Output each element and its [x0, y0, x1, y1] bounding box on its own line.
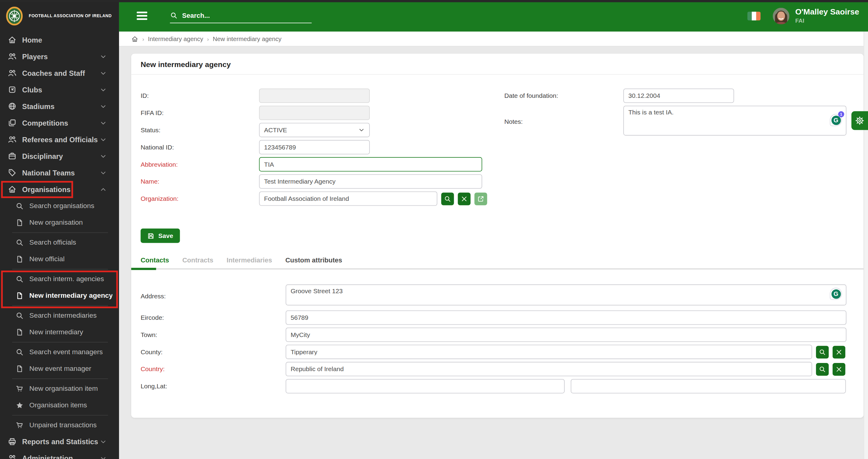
county-clear-button[interactable] — [833, 346, 845, 358]
organization-open-button[interactable] — [474, 192, 487, 205]
county-field[interactable] — [285, 345, 812, 359]
file-icon — [16, 218, 24, 227]
tab-custom-attributes[interactable]: Custom attributes — [285, 256, 342, 264]
flag-ireland-icon[interactable] — [747, 11, 761, 20]
sidebar-item-search-event-managers[interactable]: Search event managers — [0, 343, 119, 360]
sidebar-item-search-officials[interactable]: Search officials — [0, 234, 119, 251]
sidebar-item-clubs[interactable]: Clubs — [0, 81, 119, 98]
menu-toggle-button[interactable] — [137, 12, 148, 20]
file-icon — [16, 364, 24, 373]
avatar[interactable] — [773, 7, 789, 24]
organization-field[interactable] — [259, 192, 437, 206]
county-search-button[interactable] — [816, 346, 829, 358]
sidebar-item-home[interactable]: Home — [0, 31, 119, 48]
notes-field[interactable]: This is a test IA. — [623, 106, 846, 136]
sidebar-nav: Home Players Coaches and Staff Clubs Sta… — [0, 31, 119, 459]
organization-search-button[interactable] — [441, 192, 454, 205]
sidebar-item-disciplinary[interactable]: Disciplinary — [0, 147, 119, 164]
sidebar-item-competitions[interactable]: Competitions — [0, 114, 119, 131]
users-icon — [8, 52, 17, 61]
nav-divider — [12, 342, 108, 342]
search-icon — [16, 275, 24, 283]
search-input[interactable] — [182, 11, 312, 19]
sidebar-item-search-organisations[interactable]: Search organisations — [0, 197, 119, 214]
sidebar-item-new-official[interactable]: New official — [0, 251, 119, 267]
chevron-down-icon — [100, 153, 107, 160]
breadcrumb-item-current: New intermediary agency — [213, 35, 281, 42]
sidebar-item-referees-and-officials[interactable]: Referees and Officials — [0, 131, 119, 147]
sidebar-item-organisations[interactable]: Organisations — [0, 181, 119, 197]
sidebar-item-new-intermediary[interactable]: New intermediary — [0, 324, 119, 340]
copy-icon — [8, 119, 17, 127]
sidebar-header: FOOTBALL ASSOCIATION OF IRELAND — [0, 0, 119, 31]
breadcrumb-separator: › — [207, 36, 209, 42]
sidebar-item-national-teams[interactable]: National Teams — [0, 164, 119, 181]
national-id-field[interactable] — [259, 140, 370, 155]
scrollbar[interactable] — [864, 31, 868, 459]
sidebar-item-new-intermediary-agency[interactable]: New intermediary agency — [0, 287, 119, 304]
chevron-down-icon — [100, 103, 107, 110]
sidebar-item-organisation-items[interactable]: Organisation items — [0, 397, 119, 414]
longitude-field[interactable] — [285, 379, 564, 393]
content-card: New intermediary agency ID: FIFA ID: Sta… — [131, 54, 864, 418]
sidebar-item-players[interactable]: Players — [0, 48, 119, 65]
town-label: Town: — [141, 332, 285, 338]
name-label: Name: — [141, 178, 259, 185]
country-label: Country: — [141, 366, 285, 372]
search-icon — [819, 365, 826, 373]
sidebar-item-new-event-manager[interactable]: New event manager — [0, 360, 119, 377]
sidebar-item-administration[interactable]: Administration — [0, 450, 119, 459]
sidebar-item-reports-and-statistics[interactable]: Reports and Statistics — [0, 433, 119, 450]
sidebar-item-search-interm-agencies[interactable]: Search interm. agencies — [0, 270, 119, 287]
chevron-down-icon — [100, 119, 107, 127]
notes-label: Notes: — [504, 119, 623, 125]
active-tab-indicator — [131, 268, 156, 270]
save-button[interactable]: Save — [141, 229, 180, 243]
chevron-down-icon — [100, 438, 107, 445]
status-select[interactable]: ACTIVE — [259, 123, 370, 137]
external-link-icon — [477, 195, 484, 202]
sidebar-item-unpaired-transactions[interactable]: Unpaired transactions — [0, 417, 119, 433]
nav-divider — [12, 305, 108, 306]
tab-bar: Contacts Contracts Intermediaries Custom… — [131, 256, 864, 269]
user-menu[interactable]: O'Malley Saoirse FAI — [795, 7, 859, 24]
organization-clear-button[interactable] — [458, 192, 470, 205]
sidebar-item-search-intermediaries[interactable]: Search intermediaries — [0, 307, 119, 324]
country-search-button[interactable] — [816, 363, 829, 375]
main-area: › Intermediary agency › New intermediary… — [119, 31, 868, 459]
breadcrumb-home-icon[interactable] — [131, 35, 138, 42]
date-of-foundation-field[interactable] — [623, 89, 734, 103]
close-icon — [460, 195, 468, 202]
user-org: FAI — [795, 18, 859, 24]
organization-label: Organization: — [141, 195, 259, 202]
latitude-field[interactable] — [571, 379, 846, 393]
status-label: Status: — [141, 127, 259, 133]
home-icon — [8, 35, 17, 44]
file-icon — [16, 328, 24, 336]
town-field[interactable] — [285, 328, 846, 342]
name-field[interactable] — [259, 174, 482, 189]
date-of-foundation-label: Date of foundation: — [504, 92, 623, 99]
home-icon — [8, 185, 17, 194]
search-icon — [170, 11, 178, 19]
search-icon — [819, 348, 826, 355]
sidebar-item-coaches-and-staff[interactable]: Coaches and Staff — [0, 65, 119, 81]
save-icon — [147, 232, 154, 239]
grammarly-icon[interactable]: G — [830, 288, 842, 300]
tab-contacts[interactable]: Contacts — [141, 256, 169, 264]
application-window: FOOTBALL ASSOCIATION OF IRELAND Home Pla… — [0, 0, 868, 459]
abbreviation-field[interactable] — [259, 157, 482, 171]
breadcrumb: › Intermediary agency › New intermediary… — [119, 31, 868, 46]
sidebar-item-new-organisation[interactable]: New organisation — [0, 214, 119, 231]
eircode-field[interactable] — [285, 310, 846, 325]
sidebar-item-stadiums[interactable]: Stadiums — [0, 98, 119, 114]
breadcrumb-item[interactable]: Intermediary agency — [148, 35, 203, 42]
address-field[interactable]: Groove Street 123 — [285, 285, 846, 305]
grammarly-icon[interactable]: G 1 — [830, 114, 842, 126]
card-header: New intermediary agency — [131, 54, 864, 75]
country-clear-button[interactable] — [833, 363, 845, 375]
contacts-panel: Address: Groove Street 123 G Eircode: To… — [131, 269, 864, 393]
country-field[interactable] — [285, 362, 812, 376]
sidebar-item-new-organisation-item[interactable]: New organisation item — [0, 380, 119, 397]
settings-button[interactable] — [851, 111, 868, 130]
